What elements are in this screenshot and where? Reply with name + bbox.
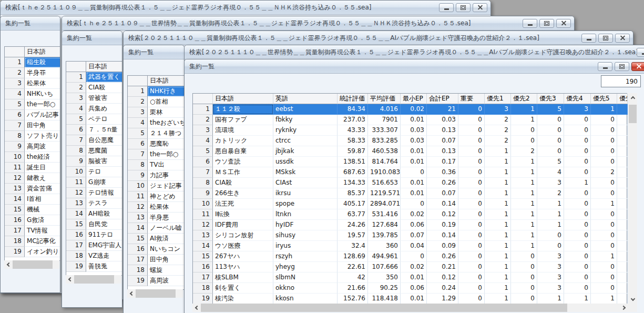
list-item[interactable]: 17EMG宇宙人	[66, 240, 122, 251]
scroll-down-arrow[interactable]	[628, 295, 637, 304]
list-item[interactable]: 7the一郎○	[128, 149, 184, 160]
scrollbar-thumb[interactable]	[629, 105, 637, 123]
column-header[interactable]: 統計評価	[338, 94, 368, 104]
titlebar[interactable]: 検索[２０２５１１１０＿＿世界情勢＿＿質量制御再現公表１．５＿＿ジェド霊界ラジオ…	[185, 45, 644, 59]
list-item[interactable]: 3管被害	[66, 93, 122, 104]
table-row[interactable]: 14ウソ医療iryus32.43600.040.09011000	[193, 241, 627, 251]
list-item[interactable]: 5the一郎○	[5, 99, 60, 110]
table-row[interactable]: 18剣を置くokkno21.6690.250.060.24010300	[193, 283, 627, 294]
list-item[interactable]: 13テスラ	[66, 198, 122, 209]
scrollbar-thumb[interactable]	[201, 304, 567, 312]
list-item[interactable]: 8ソフト売り	[5, 131, 60, 142]
scroll-left-arrow[interactable]	[66, 275, 74, 284]
close-button[interactable]	[615, 34, 630, 43]
table-row[interactable]: 13シリコン放射sihusy19.57139.7850.070.14011000	[193, 230, 627, 241]
list-item[interactable]: 11G崩壊	[66, 177, 122, 188]
maximize-button[interactable]	[598, 34, 613, 43]
table-row[interactable]: 15267ヤハrszyh128.69494.96100.26010301	[193, 251, 627, 262]
list-item[interactable]: 18螺旋	[128, 265, 184, 276]
horizontal-scrollbar[interactable]	[66, 275, 121, 284]
list-item[interactable]: 1NHK行き	[128, 86, 184, 97]
list-item[interactable]: 15自民党	[66, 219, 122, 230]
list-item[interactable]: 6バブル記事	[5, 110, 60, 120]
list-item[interactable]: 17TV情報	[5, 226, 60, 236]
table-row[interactable]: 3流環境ryknky43.33333.3070.030.13020000	[193, 125, 627, 136]
table-row[interactable]: 1１１２殺eebst84.344.0160.0221031531	[193, 104, 627, 115]
table-row[interactable]: 16113ヤハyheyg22.61107.6660.020.21010300	[193, 262, 627, 272]
table-row[interactable]: 9266生きikrsu85.371219.5710.010.07011200	[193, 188, 627, 199]
horizontal-scrollbar[interactable]	[192, 304, 628, 312]
list-item[interactable]: 9高周波	[5, 142, 60, 152]
scroll-left-arrow[interactable]	[192, 304, 201, 312]
close-button[interactable]	[556, 19, 571, 28]
minimize-button[interactable]	[523, 19, 537, 28]
list-item[interactable]: 2CIA殺	[66, 83, 122, 93]
scrollbar-thumb[interactable]	[136, 289, 176, 298]
minimize-button[interactable]	[439, 3, 454, 12]
list-item[interactable]: 18VZ逃走	[66, 251, 122, 261]
list-item[interactable]: 3松果体	[5, 78, 60, 89]
list-item[interactable]: 14AH暗殺	[66, 209, 122, 219]
list-item[interactable]: 19善脱兎	[66, 261, 122, 272]
vertical-scrollbar[interactable]	[628, 93, 637, 304]
list-item[interactable]: 2半身罪	[5, 68, 60, 78]
scrollbar-thumb[interactable]	[74, 275, 114, 284]
column-header[interactable]: 平均評価	[368, 94, 401, 104]
titlebar[interactable]: 集約一覧	[185, 59, 644, 74]
titlebar[interactable]: 集約一覧	[124, 45, 184, 59]
titlebar[interactable]: 検索[ｔｈｅ２５１１０９＿＿世界情勢＿＿質量制御再現公表１．５＿＿ジェド霊界ラジ…	[62, 16, 574, 31]
japanese-column-header[interactable]: 日本語	[86, 62, 122, 72]
list-item[interactable]: 19イオン釣り	[5, 247, 60, 257]
scroll-right-arrow[interactable]	[620, 304, 628, 312]
list-item[interactable]: 7自公悪魔	[66, 135, 122, 146]
list-item[interactable]: 16Nいちコン	[128, 244, 184, 255]
list-item[interactable]: 16911テロ	[66, 230, 122, 240]
list-item[interactable]: 3栗林	[128, 107, 184, 118]
minimize-button[interactable]	[637, 48, 644, 57]
list-item[interactable]: 4theおざいち	[128, 118, 184, 128]
minimize-button[interactable]	[598, 62, 612, 71]
table-row[interactable]: 12IDF費用hyIDF24.26127.6840.060.19011100	[193, 220, 627, 230]
list-item[interactable]: 8TV出	[128, 160, 184, 170]
list-item[interactable]: 7田中角	[5, 120, 60, 131]
list-item[interactable]: 2○首相	[128, 97, 184, 107]
titlebar[interactable]: 検索[２０２５１１１０＿＿質量制御再現公表１．５＿＿ジェド霊界ラジオ再現０．５５…	[124, 31, 633, 45]
table-row[interactable]: 5悪自暴自棄jbjkak59.87460.5380.010.13012000	[193, 146, 627, 157]
column-header[interactable]: 優先5	[591, 94, 617, 104]
table-row[interactable]: 8CIA殺CIAst134.33516.6530.010.26011310	[193, 178, 627, 188]
list-item[interactable]: 5２１４勝つ	[128, 128, 184, 139]
column-header[interactable]: 重要	[458, 94, 485, 104]
horizontal-scrollbar[interactable]	[4, 260, 59, 269]
list-item[interactable]: 6悪魔恥	[128, 139, 184, 149]
list-item[interactable]: 1武器を置く	[66, 72, 122, 83]
list-item[interactable]: 16G救済	[5, 215, 60, 226]
scroll-left-arrow[interactable]	[4, 260, 13, 269]
list-item[interactable]: 10the経済	[5, 152, 60, 163]
minimize-button[interactable]	[581, 34, 596, 43]
titlebar[interactable]: 集約一覧	[1, 16, 60, 31]
scroll-up-arrow[interactable]	[628, 93, 637, 102]
list-item[interactable]: 10テロ	[66, 167, 122, 177]
list-item[interactable]: 10ジェド記事	[128, 181, 184, 191]
japanese-column-header[interactable]: 日本語	[148, 76, 184, 86]
table-row[interactable]: 17核SLBMslbmN423500.010.12010300	[193, 272, 627, 283]
list-item[interactable]: 18MC記事化	[5, 236, 60, 247]
scrollbar-thumb[interactable]	[13, 260, 53, 269]
list-item[interactable]: 13半身悪	[128, 213, 184, 223]
list-item[interactable]: 12鍵教え	[5, 173, 60, 184]
list-item[interactable]: 14I首相	[5, 194, 60, 205]
table-row[interactable]: 4カトリックctrcc58.33833.2850.030.07020000	[193, 136, 627, 146]
list-item[interactable]: 6７．５n量	[66, 125, 122, 135]
table-row[interactable]: 19核汚染kkosn152.76118.4180.011.29010111	[193, 294, 627, 304]
column-header[interactable]: 優先1	[485, 94, 511, 104]
column-header[interactable]: 英語	[273, 94, 338, 104]
list-item[interactable]: 15機械	[5, 205, 60, 215]
close-button[interactable]	[473, 3, 487, 12]
table-row[interactable]: 6ウソ査読ussdk138.51814.7640.010.17011500	[193, 157, 627, 167]
list-item[interactable]: 11神とどめ	[128, 191, 184, 202]
column-header[interactable]: 優先4	[564, 94, 591, 104]
scroll-left-arrow[interactable]	[127, 289, 136, 298]
table-row[interactable]: 2国有ファブfbkky237.0379010.010.03021000	[193, 115, 627, 125]
list-item[interactable]: 11誕生日	[5, 163, 60, 173]
list-item[interactable]: 5ペテロ	[66, 114, 122, 125]
